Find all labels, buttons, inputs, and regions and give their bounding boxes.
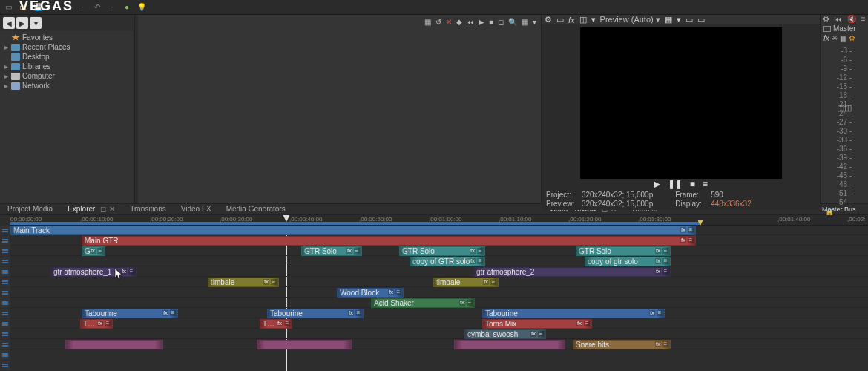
clip-menu-icon[interactable]: ≡ (271, 279, 277, 285)
tab-explorer[interactable]: Explorer ◻✕ (60, 203, 122, 215)
clip[interactable] (65, 340, 163, 349)
dropdown-icon[interactable]: ▾ (591, 15, 596, 24)
color-icon[interactable]: ◆ (456, 18, 462, 26)
track-row[interactable]: Main GTRfx≡ (10, 236, 868, 246)
track-row[interactable]: copy of GTR solofx≡copy of gtr solofx≡ (10, 257, 868, 266)
clip[interactable]: gtr atmosphere_1fx≡ (50, 267, 137, 277)
clip-fx-icon[interactable]: fx (655, 258, 661, 264)
clip-menu-icon[interactable]: ≡ (688, 237, 694, 243)
clip-fx-icon[interactable]: fx (470, 258, 476, 264)
track-header[interactable] (0, 340, 10, 349)
undo-icon[interactable]: ↶ (92, 2, 102, 13)
more-icon[interactable]: ▾ (533, 18, 536, 26)
expand-icon[interactable]: ▸ (3, 43, 9, 51)
clip-menu-icon[interactable]: ≡ (662, 341, 668, 347)
track-header[interactable] (0, 298, 10, 308)
file-new-icon[interactable]: ▭ (3, 2, 13, 13)
zoom-icon[interactable]: 🔍 (508, 18, 517, 26)
clip-menu-icon[interactable]: ≡ (662, 258, 668, 264)
master-skipstart-icon[interactable]: ⏮ (835, 15, 842, 23)
clip-menu-icon[interactable]: ≡ (97, 248, 103, 254)
tree-item-favorites[interactable]: Favorites (0, 33, 134, 42)
track-header[interactable] (0, 350, 10, 360)
tree-item-libraries[interactable]: ▸Libraries (0, 62, 134, 71)
clip-menu-icon[interactable]: ≡ (490, 279, 496, 285)
track-header[interactable] (0, 278, 10, 287)
clip-fx-icon[interactable]: fx (121, 269, 127, 275)
clip[interactable]: gtr atmosphere_2fx≡ (473, 267, 671, 277)
track-header[interactable] (0, 361, 10, 370)
transport-menu-icon[interactable]: ≡ (703, 179, 708, 189)
clip[interactable]: Tabourinefx≡ (482, 309, 665, 318)
clip-menu-icon[interactable]: ≡ (105, 321, 111, 326)
clip-fx-icon[interactable]: fx (655, 269, 661, 275)
grid-icon[interactable]: ▦ (522, 18, 528, 26)
timeline[interactable]: 00:00:00:00,00:00:10:00,00:00:20:00,00:0… (0, 215, 868, 371)
clip-fx-icon[interactable]: fx (346, 248, 352, 254)
track-header[interactable] (0, 246, 10, 256)
grid2-icon[interactable]: ▦ (665, 15, 672, 24)
close-tab-icon[interactable]: ✕ (109, 205, 115, 213)
tab-video-fx[interactable]: Video FX (174, 203, 219, 215)
track-row[interactable]: Main Trackfx≡ (10, 226, 868, 235)
clip[interactable] (454, 340, 565, 349)
track-header[interactable] (0, 309, 10, 318)
clip[interactable]: timbalefx≡ (433, 278, 499, 287)
clip-fx-icon[interactable]: fx (530, 331, 536, 337)
monitor-icon[interactable]: ▭ (556, 15, 564, 24)
track-header[interactable] (0, 226, 10, 235)
clip-menu-icon[interactable]: ≡ (170, 310, 176, 316)
clip-fx-icon[interactable]: fx (263, 279, 269, 285)
split-icon[interactable]: ◫ (579, 15, 587, 24)
clip-menu-icon[interactable]: ≡ (662, 248, 668, 254)
master-grid-icon[interactable]: ▦ (840, 34, 846, 42)
clip-menu-icon[interactable]: ≡ (477, 258, 483, 264)
clip[interactable]: Acid Shakerfx≡ (371, 298, 475, 308)
expand-icon[interactable]: ▸ (3, 72, 9, 80)
clip-fx-icon[interactable]: fx (90, 248, 96, 254)
clip-menu-icon[interactable]: ≡ (395, 289, 401, 295)
track-row[interactable]: Gfx≡GTR Solofx≡GTR Solofx≡GTR Solofx≡ (10, 246, 868, 256)
clip[interactable] (257, 340, 352, 349)
master-sliders-icon[interactable]: ≡ (861, 15, 866, 23)
track-header[interactable] (0, 319, 10, 329)
clip-menu-icon[interactable]: ≡ (538, 331, 544, 337)
time-ruler[interactable]: 00:00:00:00,00:00:10:00,00:00:20:00,00:0… (10, 215, 868, 226)
clip-fx-icon[interactable]: fx (680, 227, 686, 233)
gear-icon[interactable]: ⚙ (545, 15, 552, 24)
paste-icon[interactable]: · (77, 2, 88, 13)
clip-menu-icon[interactable]: ≡ (688, 227, 694, 233)
redo-icon[interactable]: · (107, 2, 117, 13)
clip[interactable]: GTR Solofx≡ (399, 246, 485, 256)
transport-play-icon[interactable]: ▶ (654, 179, 660, 189)
clip-menu-icon[interactable]: ≡ (355, 310, 361, 316)
clip[interactable]: Tabourinefx≡ (82, 309, 178, 318)
track-row[interactable]: Snare hitsfx≡ (10, 340, 868, 349)
master-fx-icon[interactable]: fx (823, 34, 829, 42)
tab-transitions[interactable]: Transitions (122, 203, 174, 215)
clip-menu-icon[interactable]: ≡ (354, 248, 360, 254)
stop-icon[interactable]: ■ (489, 18, 493, 26)
clip-fx-icon[interactable]: fx (97, 321, 103, 326)
clip-menu-icon[interactable]: ≡ (657, 310, 662, 316)
tracks-area[interactable]: 00:00:00:00,00:00:10:00,00:00:20:00,00:0… (10, 215, 868, 371)
clip-menu-icon[interactable]: ≡ (284, 321, 290, 326)
loop-region[interactable] (10, 222, 700, 225)
clip[interactable]: T…fx≡ (260, 319, 292, 329)
clip-fx-icon[interactable]: fx (680, 237, 686, 243)
clip-fx-icon[interactable]: fx (388, 289, 394, 295)
clip[interactable]: GTR Solofx≡ (576, 246, 671, 256)
tree-item-desktop[interactable]: Desktop (0, 52, 134, 62)
nav-forward-icon[interactable]: ▶ (16, 17, 28, 29)
close-icon[interactable]: ✕ (446, 18, 452, 26)
master-gear2-icon[interactable]: ⚙ (849, 34, 855, 42)
clip[interactable]: Main GTRfx≡ (82, 236, 696, 246)
loop-icon[interactable]: ◻ (498, 18, 504, 26)
clip[interactable]: Tabourinefx≡ (267, 309, 364, 318)
track-row[interactable]: gtr atmosphere_1fx≡gtr atmosphere_2fx≡ (10, 267, 868, 277)
track-row[interactable]: Wood Blockfx≡ (10, 288, 868, 298)
clip-fx-icon[interactable]: fx (649, 310, 655, 316)
track-row[interactable]: Acid Shakerfx≡ (10, 298, 868, 308)
track-header[interactable] (0, 267, 10, 277)
clip-fx-icon[interactable]: fx (470, 248, 476, 254)
